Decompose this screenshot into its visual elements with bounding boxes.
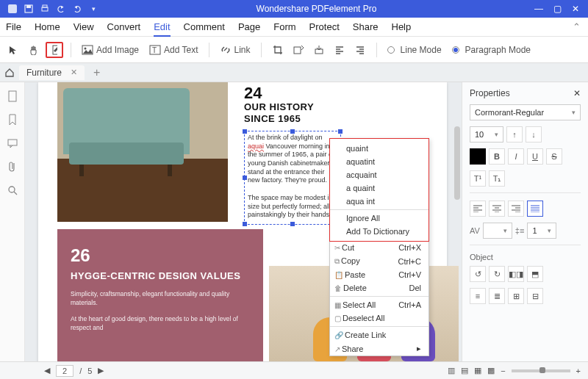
decrease-size-icon[interactable]: ↓ (526, 126, 542, 142)
selected-text-box[interactable]: At the brink of daylight on aquai Vancou… (244, 131, 341, 225)
view-two-continuous-icon[interactable]: ▩ (487, 366, 495, 375)
menu-help[interactable]: Help (392, 21, 412, 32)
menu-file[interactable]: File (6, 21, 21, 32)
zoom-slider[interactable] (512, 369, 570, 372)
vertical-scrollbar[interactable] (454, 126, 460, 200)
create-link[interactable]: 🔗Create Link (330, 328, 429, 342)
menu-protect[interactable]: Protect (309, 21, 340, 32)
prev-page-icon[interactable]: ◀ (44, 366, 50, 375)
home-tab-icon[interactable] (4, 68, 15, 78)
zoom-out-icon[interactable]: − (501, 367, 505, 375)
bold-button[interactable]: B (489, 148, 505, 165)
tab-furniture[interactable]: Furniture ✕ (19, 65, 85, 80)
line-spacing-select[interactable]: 1▾ (527, 223, 556, 239)
suggestion-aqua-int[interactable]: aqua int (330, 195, 429, 208)
rotate-right-icon[interactable]: ↻ (489, 266, 505, 282)
edit-object-tool-icon[interactable] (46, 42, 63, 58)
page-total: 5 (87, 367, 92, 375)
minimize-button[interactable]: — (534, 4, 543, 14)
close-panel-icon[interactable]: ✕ (573, 88, 581, 98)
suggestion-quaint[interactable]: quaint (330, 142, 429, 155)
crop-tool-icon[interactable] (269, 41, 287, 59)
redo-icon[interactable] (72, 4, 82, 14)
search-icon[interactable] (6, 184, 19, 197)
align-right-button[interactable] (508, 201, 524, 217)
replace-image-icon[interactable] (290, 41, 307, 59)
font-size-select[interactable]: 10▾ (470, 126, 503, 142)
next-page-icon[interactable]: ▶ (98, 366, 104, 375)
distribute-h-icon[interactable]: ≡ (470, 288, 486, 304)
add-tab-button[interactable]: + (89, 66, 104, 79)
paste[interactable]: 📋PasteCtrl+V (330, 268, 429, 281)
menu-share[interactable]: Share (353, 21, 379, 32)
tab-close-icon[interactable]: ✕ (71, 68, 77, 77)
align-justify-button[interactable] (527, 201, 543, 217)
subscript-button[interactable]: T₁ (489, 170, 505, 187)
line-mode-radio[interactable]: Line Mode (384, 45, 445, 55)
zoom-in-icon[interactable]: + (576, 367, 581, 375)
menu-comment[interactable]: Comment (184, 21, 225, 32)
menu-page[interactable]: Page (238, 21, 260, 32)
suggestion-acquaint[interactable]: acquaint (330, 168, 429, 181)
print-icon[interactable] (40, 4, 50, 14)
delete[interactable]: 🗑DeleteDel (330, 281, 429, 295)
link-button[interactable]: Link (217, 45, 254, 55)
page-current[interactable]: 2 (56, 365, 74, 377)
align-right-icon[interactable] (351, 41, 369, 59)
attachments-icon[interactable] (6, 160, 19, 173)
flip-vertical-icon[interactable]: ⬒ (527, 266, 543, 282)
menu-edit[interactable]: Edit (154, 21, 170, 37)
menu-form[interactable]: Form (273, 21, 295, 32)
add-text-button[interactable]: T Add Text (146, 45, 201, 55)
share-submenu[interactable]: ↗Share▸ (330, 342, 429, 355)
deselect-all[interactable]: ▢Deselect All (330, 311, 429, 325)
italic-button[interactable]: I (508, 148, 524, 165)
font-color-swatch[interactable] (470, 148, 486, 165)
strikethrough-button[interactable]: S (546, 148, 562, 165)
align-objects-icon[interactable]: ⊞ (508, 288, 524, 304)
rotate-left-icon[interactable]: ↺ (470, 266, 486, 282)
copy[interactable]: ⧉CopyCtrl+C (330, 254, 429, 268)
select-all[interactable]: ▦Select AllCtrl+A (330, 298, 429, 311)
hand-tool-icon[interactable] (25, 41, 43, 59)
suggestion-a-quaint[interactable]: a quaint (330, 181, 429, 195)
align-center-button[interactable] (489, 201, 505, 217)
menu-view[interactable]: View (74, 21, 94, 32)
undo-icon[interactable] (56, 4, 66, 14)
comments-icon[interactable] (6, 137, 19, 150)
font-family-select[interactable]: Cormorant-Regular▾ (470, 104, 581, 120)
misspelled-word[interactable]: aquai (248, 142, 264, 150)
view-single-icon[interactable]: ▥ (448, 366, 455, 375)
paragraph-mode-radio[interactable]: Paragraph Mode (449, 45, 534, 55)
ignore-all[interactable]: Ignore All (330, 212, 429, 225)
save-icon[interactable] (24, 4, 34, 14)
pointer-tool-icon[interactable] (4, 41, 22, 59)
add-to-dictionary[interactable]: Add To Dictionary (330, 225, 429, 238)
flip-horizontal-icon[interactable]: ◧◨ (508, 266, 524, 282)
align-left-icon[interactable] (331, 41, 348, 59)
increase-size-icon[interactable]: ↑ (506, 126, 523, 142)
qa-dropdown-icon[interactable]: ▾ (88, 4, 98, 14)
menu-home[interactable]: Home (35, 21, 60, 32)
distribute-v-icon[interactable]: ≣ (489, 288, 505, 304)
svg-rect-0 (8, 4, 17, 13)
collapse-ribbon-icon[interactable]: ⌃ (573, 21, 581, 32)
superscript-button[interactable]: T¹ (470, 170, 486, 187)
char-spacing-select[interactable]: ▾ (483, 223, 512, 239)
document-canvas[interactable]: 24 OUR HISTORY SINCE 1965 At the brink o… (25, 82, 462, 361)
align-left-button[interactable] (470, 201, 486, 217)
cut[interactable]: ✂CutCtrl+X (330, 241, 429, 254)
more-object-icon[interactable]: ⊟ (527, 288, 543, 304)
thumbnails-icon[interactable] (6, 90, 19, 103)
underline-button[interactable]: U (527, 148, 543, 165)
suggestion-aquatint[interactable]: aquatint (330, 155, 429, 168)
bookmarks-icon[interactable] (6, 113, 19, 126)
maximize-button[interactable]: ▢ (553, 4, 562, 14)
close-button[interactable]: ✕ (572, 4, 579, 14)
view-continuous-icon[interactable]: ▤ (461, 366, 468, 375)
menu-convert[interactable]: Convert (107, 21, 141, 32)
add-image-button[interactable]: Add Image (79, 45, 142, 55)
view-two-page-icon[interactable]: ▦ (474, 366, 481, 375)
edit-toolbar: Add Image T Add Text Link Line Mode Para… (0, 37, 588, 63)
extract-image-icon[interactable] (310, 41, 328, 59)
